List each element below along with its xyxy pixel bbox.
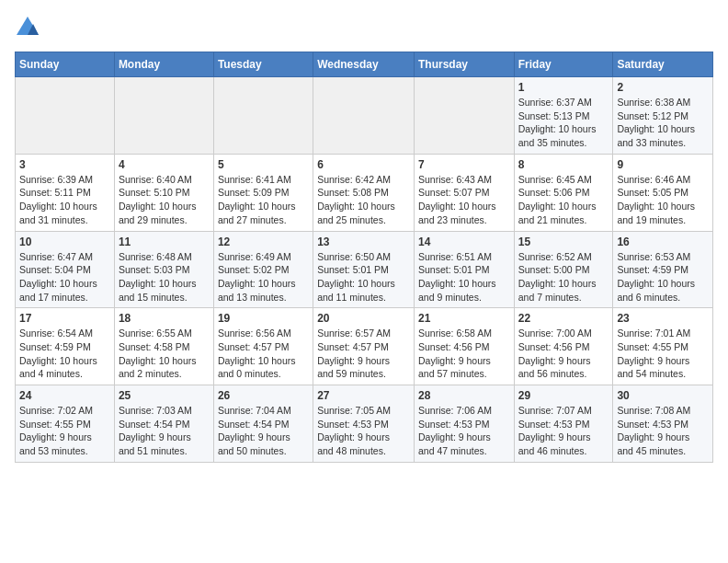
day-number: 10 bbox=[19, 236, 110, 248]
day-number: 6 bbox=[317, 158, 410, 171]
day-number: 3 bbox=[19, 158, 110, 171]
calendar-cell: 3Sunrise: 6:39 AMSunset: 5:11 PMDaylight… bbox=[16, 154, 115, 231]
calendar-week-4: 17Sunrise: 6:54 AMSunset: 4:59 PMDayligh… bbox=[16, 308, 713, 385]
cell-info: Sunrise: 6:57 AMSunset: 4:57 PMDaylight:… bbox=[317, 327, 410, 381]
day-number: 17 bbox=[19, 312, 110, 325]
calendar-cell: 19Sunrise: 6:56 AMSunset: 4:57 PMDayligh… bbox=[213, 308, 313, 385]
day-number: 20 bbox=[317, 312, 410, 325]
calendar-cell: 4Sunrise: 6:40 AMSunset: 5:10 PMDaylight… bbox=[114, 154, 213, 231]
cell-info: Sunrise: 6:46 AMSunset: 5:05 PMDaylight:… bbox=[617, 173, 709, 227]
cell-info: Sunrise: 7:00 AMSunset: 4:56 PMDaylight:… bbox=[518, 327, 609, 381]
day-number: 11 bbox=[119, 236, 210, 248]
calendar-cell: 18Sunrise: 6:55 AMSunset: 4:58 PMDayligh… bbox=[114, 308, 213, 385]
header-tuesday: Tuesday bbox=[213, 52, 313, 77]
calendar-cell: 20Sunrise: 6:57 AMSunset: 4:57 PMDayligh… bbox=[313, 308, 415, 385]
day-number: 9 bbox=[617, 158, 709, 171]
day-number: 27 bbox=[317, 389, 410, 402]
day-number: 28 bbox=[418, 389, 510, 402]
header-thursday: Thursday bbox=[414, 52, 514, 77]
cell-info: Sunrise: 7:05 AMSunset: 4:53 PMDaylight:… bbox=[317, 404, 410, 458]
calendar-table: SundayMondayTuesdayWednesdayThursdayFrid… bbox=[15, 52, 713, 463]
header-sunday: Sunday bbox=[16, 52, 115, 77]
calendar-week-2: 3Sunrise: 6:39 AMSunset: 5:11 PMDaylight… bbox=[16, 154, 713, 231]
day-number: 16 bbox=[617, 236, 709, 248]
calendar-week-5: 24Sunrise: 7:02 AMSunset: 4:55 PMDayligh… bbox=[16, 385, 713, 463]
cell-info: Sunrise: 6:40 AMSunset: 5:10 PMDaylight:… bbox=[119, 173, 210, 227]
calendar-cell bbox=[16, 77, 115, 155]
cell-info: Sunrise: 6:55 AMSunset: 4:58 PMDaylight:… bbox=[119, 327, 210, 381]
calendar-header-row: SundayMondayTuesdayWednesdayThursdayFrid… bbox=[16, 52, 713, 77]
calendar-cell: 23Sunrise: 7:01 AMSunset: 4:55 PMDayligh… bbox=[613, 308, 713, 385]
cell-info: Sunrise: 6:43 AMSunset: 5:07 PMDaylight:… bbox=[418, 173, 510, 227]
day-number: 4 bbox=[119, 158, 210, 171]
calendar-cell bbox=[313, 77, 415, 155]
calendar-cell: 14Sunrise: 6:51 AMSunset: 5:01 PMDayligh… bbox=[414, 231, 514, 308]
cell-info: Sunrise: 7:03 AMSunset: 4:54 PMDaylight:… bbox=[119, 404, 210, 458]
calendar-cell: 7Sunrise: 6:43 AMSunset: 5:07 PMDaylight… bbox=[414, 154, 514, 231]
day-number: 19 bbox=[218, 312, 309, 325]
calendar-cell: 29Sunrise: 7:07 AMSunset: 4:53 PMDayligh… bbox=[514, 385, 613, 463]
day-number: 2 bbox=[617, 81, 709, 94]
header-wednesday: Wednesday bbox=[313, 52, 415, 77]
calendar-cell: 9Sunrise: 6:46 AMSunset: 5:05 PMDaylight… bbox=[613, 154, 713, 231]
calendar-cell: 12Sunrise: 6:49 AMSunset: 5:02 PMDayligh… bbox=[213, 231, 313, 308]
header-saturday: Saturday bbox=[613, 52, 713, 77]
day-number: 22 bbox=[518, 312, 609, 325]
day-number: 13 bbox=[317, 236, 410, 248]
calendar-cell bbox=[414, 77, 514, 155]
day-number: 8 bbox=[518, 158, 609, 171]
cell-info: Sunrise: 6:52 AMSunset: 5:00 PMDaylight:… bbox=[518, 250, 609, 304]
logo bbox=[15, 15, 44, 40]
cell-info: Sunrise: 7:04 AMSunset: 4:54 PMDaylight:… bbox=[218, 404, 309, 458]
calendar-cell: 10Sunrise: 6:47 AMSunset: 5:04 PMDayligh… bbox=[16, 231, 115, 308]
cell-info: Sunrise: 6:58 AMSunset: 4:56 PMDaylight:… bbox=[418, 327, 510, 381]
calendar-cell: 28Sunrise: 7:06 AMSunset: 4:53 PMDayligh… bbox=[414, 385, 514, 463]
calendar-cell: 30Sunrise: 7:08 AMSunset: 4:53 PMDayligh… bbox=[613, 385, 713, 463]
cell-info: Sunrise: 7:07 AMSunset: 4:53 PMDaylight:… bbox=[518, 404, 609, 458]
calendar-cell: 8Sunrise: 6:45 AMSunset: 5:06 PMDaylight… bbox=[514, 154, 613, 231]
cell-info: Sunrise: 6:54 AMSunset: 4:59 PMDaylight:… bbox=[19, 327, 110, 381]
calendar-cell: 27Sunrise: 7:05 AMSunset: 4:53 PMDayligh… bbox=[313, 385, 415, 463]
cell-info: Sunrise: 6:42 AMSunset: 5:08 PMDaylight:… bbox=[317, 173, 410, 227]
calendar-week-3: 10Sunrise: 6:47 AMSunset: 5:04 PMDayligh… bbox=[16, 231, 713, 308]
cell-info: Sunrise: 6:39 AMSunset: 5:11 PMDaylight:… bbox=[19, 173, 110, 227]
page-header bbox=[15, 15, 713, 40]
calendar-cell bbox=[114, 77, 213, 155]
calendar-cell bbox=[213, 77, 313, 155]
cell-info: Sunrise: 6:51 AMSunset: 5:01 PMDaylight:… bbox=[418, 250, 510, 304]
calendar-cell: 22Sunrise: 7:00 AMSunset: 4:56 PMDayligh… bbox=[514, 308, 613, 385]
calendar-cell: 13Sunrise: 6:50 AMSunset: 5:01 PMDayligh… bbox=[313, 231, 415, 308]
calendar-cell: 15Sunrise: 6:52 AMSunset: 5:00 PMDayligh… bbox=[514, 231, 613, 308]
cell-info: Sunrise: 7:06 AMSunset: 4:53 PMDaylight:… bbox=[418, 404, 510, 458]
cell-info: Sunrise: 6:45 AMSunset: 5:06 PMDaylight:… bbox=[518, 173, 609, 227]
cell-info: Sunrise: 6:53 AMSunset: 4:59 PMDaylight:… bbox=[617, 250, 709, 304]
header-friday: Friday bbox=[514, 52, 613, 77]
day-number: 25 bbox=[119, 389, 210, 402]
calendar-cell: 16Sunrise: 6:53 AMSunset: 4:59 PMDayligh… bbox=[613, 231, 713, 308]
calendar-cell: 17Sunrise: 6:54 AMSunset: 4:59 PMDayligh… bbox=[16, 308, 115, 385]
day-number: 30 bbox=[617, 389, 709, 402]
cell-info: Sunrise: 6:49 AMSunset: 5:02 PMDaylight:… bbox=[218, 250, 309, 304]
day-number: 29 bbox=[518, 389, 609, 402]
cell-info: Sunrise: 6:56 AMSunset: 4:57 PMDaylight:… bbox=[218, 327, 309, 381]
calendar-cell: 24Sunrise: 7:02 AMSunset: 4:55 PMDayligh… bbox=[16, 385, 115, 463]
cell-info: Sunrise: 6:48 AMSunset: 5:03 PMDaylight:… bbox=[119, 250, 210, 304]
day-number: 23 bbox=[617, 312, 709, 325]
day-number: 14 bbox=[418, 236, 510, 248]
day-number: 15 bbox=[518, 236, 609, 248]
logo-icon bbox=[15, 15, 40, 40]
day-number: 26 bbox=[218, 389, 309, 402]
cell-info: Sunrise: 6:37 AMSunset: 5:13 PMDaylight:… bbox=[518, 96, 609, 150]
calendar-cell: 11Sunrise: 6:48 AMSunset: 5:03 PMDayligh… bbox=[114, 231, 213, 308]
calendar-cell: 25Sunrise: 7:03 AMSunset: 4:54 PMDayligh… bbox=[114, 385, 213, 463]
day-number: 5 bbox=[218, 158, 309, 171]
day-number: 24 bbox=[19, 389, 110, 402]
day-number: 21 bbox=[418, 312, 510, 325]
calendar-cell: 6Sunrise: 6:42 AMSunset: 5:08 PMDaylight… bbox=[313, 154, 415, 231]
calendar-cell: 1Sunrise: 6:37 AMSunset: 5:13 PMDaylight… bbox=[514, 77, 613, 155]
header-monday: Monday bbox=[114, 52, 213, 77]
cell-info: Sunrise: 6:38 AMSunset: 5:12 PMDaylight:… bbox=[617, 96, 709, 150]
cell-info: Sunrise: 7:08 AMSunset: 4:53 PMDaylight:… bbox=[617, 404, 709, 458]
cell-info: Sunrise: 6:50 AMSunset: 5:01 PMDaylight:… bbox=[317, 250, 410, 304]
cell-info: Sunrise: 6:41 AMSunset: 5:09 PMDaylight:… bbox=[218, 173, 309, 227]
